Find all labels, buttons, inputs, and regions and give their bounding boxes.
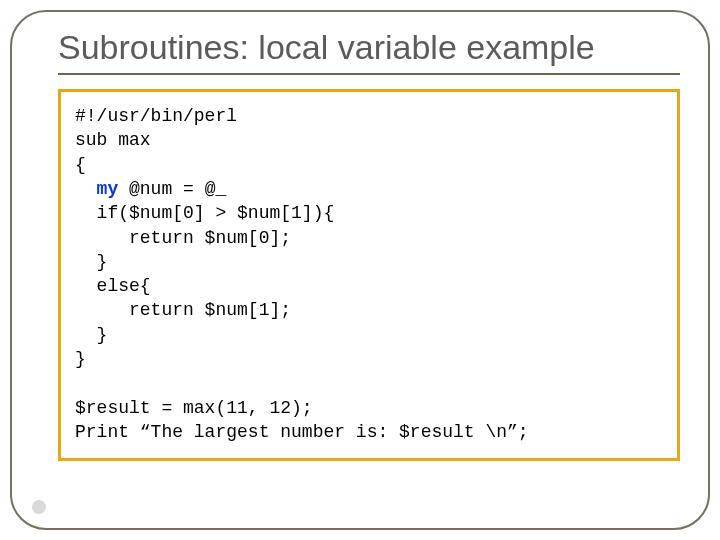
corner-dot-icon: [32, 500, 46, 514]
code-line: #!/usr/bin/perl: [75, 106, 237, 126]
code-line: if($num[0] > $num[1]){: [75, 203, 334, 223]
code-line: }: [75, 349, 86, 369]
code-line: {: [75, 155, 86, 175]
keyword-my: my: [97, 179, 119, 199]
code-line: else{: [75, 276, 151, 296]
code-line: return $num[0];: [75, 228, 291, 248]
slide-title: Subroutines: local variable example: [58, 28, 680, 67]
code-line: my @num = @_: [75, 179, 226, 199]
code-line: Print “The largest number is: $result \n…: [75, 422, 529, 442]
title-underline: [58, 73, 680, 75]
code-line: }: [75, 252, 107, 272]
code-line: sub max: [75, 130, 151, 150]
code-line: $result = max(11, 12);: [75, 398, 313, 418]
slide-frame: Subroutines: local variable example #!/u…: [10, 10, 710, 530]
code-line: return $num[1];: [75, 300, 291, 320]
code-line: }: [75, 325, 107, 345]
code-block: #!/usr/bin/perl sub max { my @num = @_ i…: [58, 89, 680, 461]
